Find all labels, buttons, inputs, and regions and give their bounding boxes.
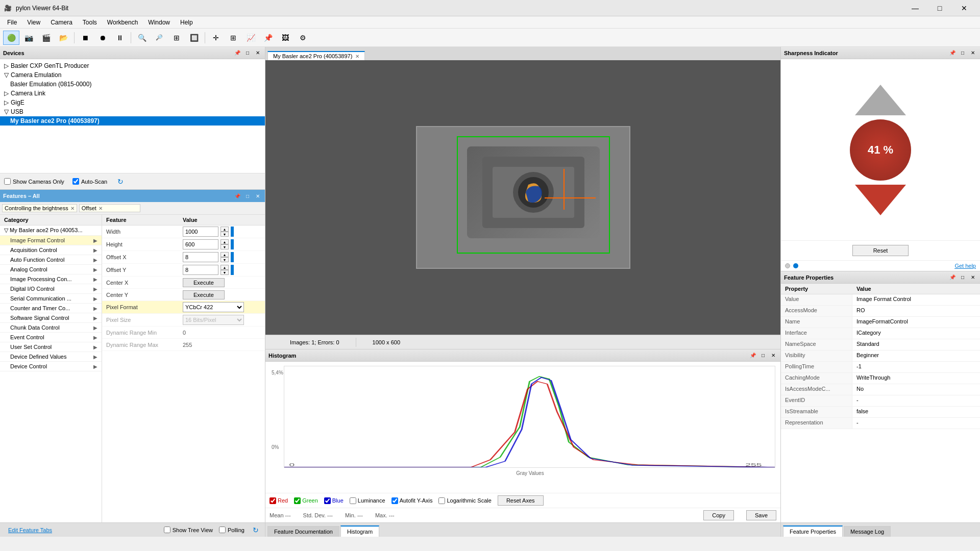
toolbar-pause-btn[interactable]: ⏸ [112,31,128,45]
cat-item-chunk[interactable]: Chunk Data Control ▶ [0,323,102,333]
menu-view[interactable]: View [22,18,45,27]
right-tab-feature-props[interactable]: Feature Properties [783,525,843,537]
menu-tools[interactable]: Tools [78,18,102,27]
histogram-pin-btn[interactable]: 📌 [749,352,757,360]
cat-item-imgprocessing[interactable]: Image Processing Con... ▶ [0,274,102,284]
sharpness-pin-btn[interactable]: 📌 [948,49,957,57]
polling-label[interactable]: Polling [219,527,244,533]
menu-camera[interactable]: Camera [45,18,78,27]
show-cameras-only-label[interactable]: Show Cameras Only [4,178,64,185]
offsetx-spin-down[interactable]: ▼ [220,257,229,262]
hist-red-label[interactable]: Red [270,497,288,504]
polling-checkbox[interactable] [219,527,226,533]
height-spin-down[interactable]: ▼ [220,244,229,249]
sharpness-reset-btn[interactable]: Reset [852,245,909,256]
sharpness-help-link[interactable]: Get help [954,263,976,269]
histogram-float-btn[interactable]: □ [759,352,767,360]
toolbar-zoom100-btn[interactable]: 🔲 [186,31,202,45]
show-tree-view-checkbox[interactable] [164,527,170,533]
toolbar-image-btn[interactable]: 🖼 [277,31,293,45]
hist-autofit-checkbox[interactable] [391,497,398,504]
hist-blue-label[interactable]: Blue [324,497,344,504]
cat-item-image-format[interactable]: Image Format Control ▶ [0,236,102,245]
feature-props-close-btn[interactable]: ✕ [969,273,977,282]
toolbar-camera-btn[interactable]: 📷 [20,31,37,45]
cat-item-root[interactable]: ▽ My Basler ace2 Pro (40053... [0,226,102,236]
cat-item-software-signal[interactable]: Software Signal Control ▶ [0,313,102,323]
sharpness-float-btn[interactable]: □ [959,49,967,57]
cat-item-serial[interactable]: Serial Communication ... ▶ [0,294,102,304]
toolbar-folder-btn[interactable]: 📂 [55,31,71,45]
auto-scan-checkbox[interactable] [72,178,79,185]
centery-execute-btn[interactable]: Execute [183,290,225,299]
search-tag-close-btn[interactable]: ✕ [70,206,75,211]
tree-gige[interactable]: ▷ GigE [0,98,265,107]
tab-feature-documentation[interactable]: Feature Documentation [267,526,339,537]
reset-axes-btn[interactable]: Reset Axes [498,495,544,506]
toolbar-record2-btn[interactable]: ⏺ [94,31,111,45]
tree-camera-link[interactable]: ▷ Camera Link [0,89,265,98]
toolbar-grid-btn[interactable]: ⊞ [225,31,241,45]
hist-green-checkbox[interactable] [294,497,301,504]
show-cameras-only-checkbox[interactable] [4,178,11,185]
cat-item-analog[interactable]: Analog Control ▶ [0,265,102,274]
toolbar-settings-btn[interactable]: ⚙ [295,31,311,45]
tree-basler-cxp[interactable]: ▷ Basler CXP GenTL Producer [0,61,265,70]
menu-workbench[interactable]: Workbench [102,18,143,27]
search-tag-close2-btn[interactable]: ✕ [99,206,103,211]
toolbar-zoomin-btn[interactable]: 🔍 [134,31,150,45]
hist-luminance-label[interactable]: Luminance [350,497,385,504]
offsety-input[interactable] [183,265,218,275]
sharpness-close-btn[interactable]: ✕ [969,49,977,57]
width-spin-down[interactable]: ▼ [220,232,229,237]
cat-item-autofunction[interactable]: Auto Function Control ▶ [0,255,102,265]
image-container[interactable] [265,60,780,335]
offsetx-input[interactable] [183,252,218,262]
toolbar-crosshair-btn[interactable]: ✛ [208,31,224,45]
toolbar-chart-btn[interactable]: 📈 [242,31,259,45]
cat-item-digital-io[interactable]: Digital I/O Control ▶ [0,284,102,294]
toolbar-pin-btn[interactable]: 📌 [260,31,276,45]
offsety-spin-down[interactable]: ▼ [220,270,229,275]
hist-red-checkbox[interactable] [270,497,276,504]
offsety-spin-up[interactable]: ▲ [220,265,229,270]
features-float-btn[interactable]: □ [243,192,252,200]
copy-btn[interactable]: Copy [703,510,734,520]
hist-logscale-label[interactable]: Logarithmic Scale [438,497,491,504]
features-pin-btn[interactable]: 📌 [233,192,241,200]
toolbar-record-btn[interactable]: 🎬 [38,31,54,45]
height-spin-up[interactable]: ▲ [220,239,229,244]
height-input[interactable] [183,239,218,249]
toolbar-live-btn[interactable]: 🟢 [3,31,19,45]
refresh-button[interactable]: ↻ [115,177,126,187]
feature-props-float-btn[interactable]: □ [959,273,967,282]
tree-basler-emulation[interactable]: Basler Emulation (0815-0000) [0,80,265,89]
auto-scan-label[interactable]: Auto-Scan [72,178,107,185]
toolbar-stop-btn[interactable]: ⏹ [77,31,93,45]
width-input[interactable] [183,227,218,237]
cat-item-acquisition[interactable]: Acquisition Control ▶ [0,245,102,255]
hist-logscale-checkbox[interactable] [438,497,445,504]
tree-basler-ace2[interactable]: My Basler ace2 Pro (40053897) [0,116,265,126]
image-tab-close-btn[interactable]: ✕ [355,54,359,59]
cat-item-device-defined[interactable]: Device Defined Values ▶ [0,352,102,362]
offsetx-spin-up[interactable]: ▲ [220,252,229,257]
hist-blue-checkbox[interactable] [324,497,331,504]
features-close-btn[interactable]: ✕ [254,192,262,200]
pixelformat-select[interactable]: YCbCr 422 [183,302,244,312]
tab-histogram[interactable]: Histogram [340,525,379,537]
cat-item-event[interactable]: Event Control ▶ [0,333,102,342]
devices-float-btn[interactable]: □ [243,49,252,57]
tree-usb[interactable]: ▽ USB [0,107,265,116]
devices-close-btn[interactable]: ✕ [254,49,262,57]
toolbar-zoomfit-btn[interactable]: ⊞ [168,31,185,45]
save-btn[interactable]: Save [746,510,776,520]
features-refresh-btn[interactable]: ↻ [251,525,261,535]
edit-feature-tabs-btn[interactable]: Edit Feature Tabs [4,526,56,534]
centerx-execute-btn[interactable]: Execute [183,278,225,287]
hist-green-label[interactable]: Green [294,497,318,504]
cat-item-device-control[interactable]: Device Control ▶ [0,362,102,371]
show-tree-view-label[interactable]: Show Tree View [164,527,213,533]
menu-window[interactable]: Window [143,18,175,27]
hist-luminance-checkbox[interactable] [350,497,356,504]
